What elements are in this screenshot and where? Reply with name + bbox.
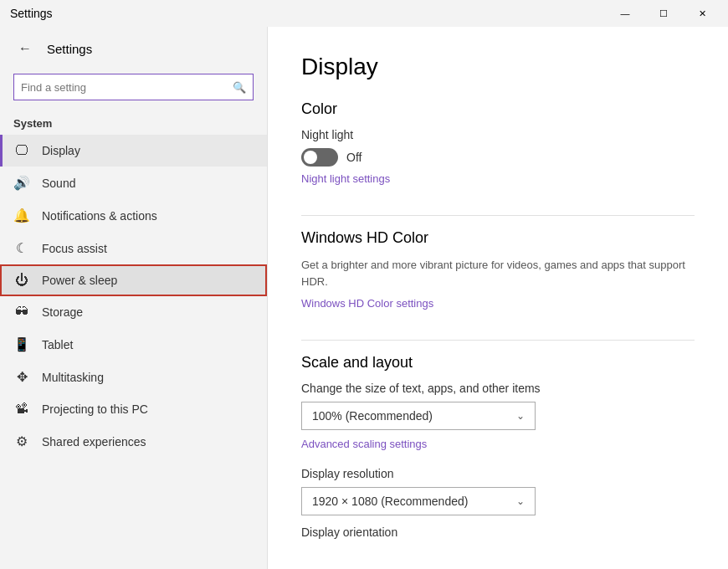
- toggle-off-label: Off: [346, 151, 361, 164]
- sidebar: ← Settings 🔍 System 🖵 Display 🔊 Sound 🔔 …: [0, 27, 268, 569]
- sidebar-item-storage[interactable]: 🕶 Storage: [0, 296, 267, 328]
- scale-dropdown-chevron: ⌄: [516, 410, 525, 422]
- titlebar-title: Settings: [10, 7, 53, 20]
- close-button[interactable]: ✕: [683, 0, 721, 27]
- sidebar-item-label-projecting: Projecting to this PC: [42, 402, 148, 416]
- titlebar-controls: — ☐ ✕: [606, 0, 721, 27]
- resolution-dropdown-value: 1920 × 1080 (Recommended): [312, 495, 468, 508]
- sidebar-item-multitasking[interactable]: ✥ Multitasking: [0, 361, 267, 393]
- night-light-settings-link[interactable]: Night light settings: [301, 172, 390, 185]
- sidebar-item-label-storage: Storage: [42, 305, 83, 319]
- search-input[interactable]: [21, 81, 233, 94]
- divider-2: [301, 340, 695, 341]
- scale-dropdown-value: 100% (Recommended): [312, 409, 433, 423]
- maximize-button[interactable]: ☐: [644, 0, 683, 27]
- sidebar-section-label: System: [0, 110, 267, 135]
- hd-color-section: Windows HD Color Get a brighter and more…: [301, 229, 695, 320]
- resolution-dropdown[interactable]: 1920 × 1080 (Recommended) ⌄: [301, 487, 536, 515]
- night-light-toggle[interactable]: [301, 148, 338, 167]
- resolution-label: Display resolution: [301, 467, 695, 480]
- sidebar-item-sound[interactable]: 🔊 Sound: [0, 167, 267, 199]
- night-light-label: Night light: [301, 128, 695, 141]
- back-button[interactable]: ←: [13, 37, 37, 60]
- sidebar-item-shared-experiences[interactable]: ⚙ Shared experiences: [0, 425, 267, 458]
- sidebar-item-projecting[interactable]: 📽 Projecting to this PC: [0, 393, 267, 425]
- orientation-label: Display orientation: [301, 525, 695, 539]
- sidebar-item-label-shared-experiences: Shared experiences: [42, 435, 146, 449]
- sidebar-item-label-display: Display: [42, 144, 80, 157]
- sidebar-item-notifications[interactable]: 🔔 Notifications & actions: [0, 199, 267, 232]
- scale-section: Scale and layout Change the size of text…: [301, 354, 695, 539]
- tablet-icon: 📱: [13, 336, 30, 352]
- sidebar-item-power-sleep[interactable]: ⏻ Power & sleep: [0, 264, 267, 296]
- page-title: Display: [301, 54, 695, 80]
- minimize-button[interactable]: —: [606, 0, 644, 27]
- sidebar-item-label-power-sleep: Power & sleep: [42, 274, 117, 287]
- color-section-title: Color: [301, 100, 695, 118]
- projecting-icon: 📽: [13, 402, 30, 417]
- toggle-knob: [304, 151, 317, 164]
- sound-icon: 🔊: [13, 175, 30, 191]
- sidebar-item-label-notifications: Notifications & actions: [42, 209, 157, 223]
- advanced-scaling-link[interactable]: Advanced scaling settings: [301, 438, 427, 450]
- search-box[interactable]: 🔍: [13, 74, 254, 100]
- sidebar-item-label-sound: Sound: [42, 177, 75, 190]
- resolution-dropdown-wrapper: 1920 × 1080 (Recommended) ⌄: [301, 487, 695, 515]
- sidebar-item-label-multitasking: Multitasking: [42, 371, 104, 384]
- notifications-icon: 🔔: [13, 208, 30, 223]
- color-section: Color Night light Off Night light settin…: [301, 100, 695, 195]
- hd-color-description: Get a brighter and more vibrant picture …: [301, 257, 695, 290]
- titlebar: Settings — ☐ ✕: [0, 0, 728, 27]
- scale-dropdown[interactable]: 100% (Recommended) ⌄: [301, 402, 536, 430]
- sidebar-item-label-tablet: Tablet: [42, 338, 73, 351]
- sidebar-item-tablet[interactable]: 📱 Tablet: [0, 328, 267, 361]
- main-panel: Display Color Night light Off Night ligh…: [268, 27, 728, 569]
- shared-experiences-icon: ⚙: [13, 433, 30, 449]
- focus-assist-icon: ☾: [13, 240, 30, 256]
- scale-dropdown-wrapper: 100% (Recommended) ⌄: [301, 402, 695, 430]
- scale-section-title: Scale and layout: [301, 354, 695, 372]
- app-body: ← Settings 🔍 System 🖵 Display 🔊 Sound 🔔 …: [0, 27, 728, 569]
- sidebar-item-display[interactable]: 🖵 Display: [0, 135, 267, 167]
- search-icon: 🔍: [233, 81, 246, 94]
- power-icon: ⏻: [13, 273, 30, 288]
- hd-color-title: Windows HD Color: [301, 229, 695, 247]
- power-border-highlight: [0, 264, 267, 296]
- sidebar-item-focus-assist[interactable]: ☾ Focus assist: [0, 232, 267, 264]
- display-icon: 🖵: [13, 143, 30, 158]
- change-size-label: Change the size of text, apps, and other…: [301, 382, 695, 395]
- sidebar-item-label-focus-assist: Focus assist: [42, 242, 107, 255]
- night-light-toggle-row: Off: [301, 148, 695, 167]
- multitasking-icon: ✥: [13, 369, 30, 385]
- sidebar-app-title: Settings: [47, 42, 92, 56]
- sidebar-header: ← Settings: [0, 27, 267, 70]
- divider-1: [301, 215, 695, 216]
- storage-icon: 🕶: [13, 305, 30, 320]
- hd-color-settings-link[interactable]: Windows HD Color settings: [301, 297, 433, 310]
- titlebar-left: Settings: [10, 7, 53, 20]
- resolution-dropdown-chevron: ⌄: [516, 495, 525, 507]
